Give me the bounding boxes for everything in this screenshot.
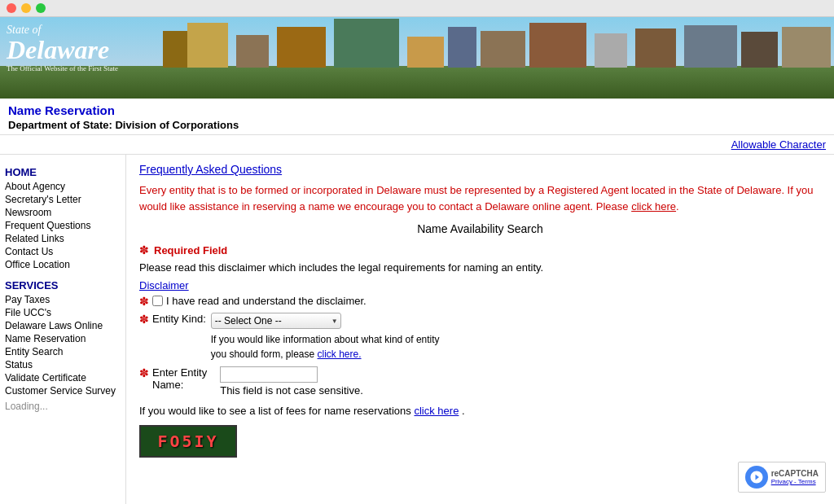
entity-kind-select-wrapper: -- Select One -- [211, 313, 341, 329]
entity-kind-info: If you would like information about what… [211, 332, 455, 362]
entity-name-label-area: ✽ Enter Entity Name: [139, 366, 207, 391]
main-content: Frequently Asked Questions Every entity … [126, 155, 834, 504]
loading-indicator: Loading... [5, 401, 121, 412]
entity-name-input-area: This field is not case sensitive. [220, 366, 363, 397]
fees-period: . [462, 405, 465, 417]
close-dot[interactable] [7, 3, 16, 13]
sidebar-item-office-location[interactable]: Office Location [5, 258, 121, 271]
entity-name-label-enter: Enter Entity [152, 366, 207, 379]
captcha-image: FO5IY [139, 425, 237, 458]
minimize-dot[interactable] [21, 3, 31, 13]
nav-services-header: SERVICES [5, 279, 121, 291]
sidebar-item-pay-taxes[interactable]: Pay Taxes [5, 293, 121, 306]
recaptcha-badge: reCAPTCHA Privacy - Terms [738, 462, 826, 493]
checkbox-required-star: ✽ [139, 295, 149, 308]
sidebar-item-contact-us[interactable]: Contact Us [5, 245, 121, 258]
entity-name-input[interactable] [220, 366, 318, 383]
sidebar-item-frequent-questions[interactable]: Frequent Questions [5, 219, 121, 232]
checkbox-label: I have read and understand the disclaime… [166, 295, 367, 307]
entity-kind-select[interactable]: -- Select One -- [211, 313, 341, 329]
entity-kind-required-star: ✽ [139, 313, 149, 326]
entity-name-label: Enter Entity Name: [152, 366, 207, 391]
warning-period: . [676, 200, 679, 213]
page-title-area: Name Reservation Department of State: Di… [0, 99, 834, 135]
sidebar: HOME About Agency Secretary's Letter New… [0, 155, 126, 504]
sidebar-item-entity-search[interactable]: Entity Search [5, 345, 121, 358]
nav-home-header: HOME [5, 166, 121, 178]
faq-link[interactable]: Frequently Asked Questions [139, 163, 282, 176]
dept-subtitle: Department of State: Division of Corpora… [8, 119, 826, 131]
captcha-text: FO5IY [157, 432, 218, 451]
sidebar-item-related-links[interactable]: Related Links [5, 232, 121, 245]
privacy-terms-link[interactable]: Privacy - Terms [771, 478, 819, 485]
main-layout: HOME About Agency Secretary's Letter New… [0, 155, 834, 504]
sidebar-item-about-agency[interactable]: About Agency [5, 180, 121, 193]
recaptcha-text-area: reCAPTCHA Privacy - Terms [771, 469, 819, 485]
sidebar-item-validate-certificate[interactable]: Validate Certificate [5, 371, 121, 384]
disclaimer-checkbox[interactable] [152, 296, 163, 306]
captcha-area: FO5IY [139, 425, 821, 458]
sidebar-item-customer-service[interactable]: Customer Service Survey [5, 384, 121, 397]
disclaimer-link[interactable]: Disclaimer [139, 279, 821, 291]
logo-tagline: The Official Website of the First State [7, 64, 118, 72]
sidebar-item-newsroom[interactable]: Newsroom [5, 206, 121, 219]
entity-kind-row: ✽ Entity Kind: -- Select One -- If you w… [139, 313, 821, 362]
checkbox-row: ✽ I have read and understand the disclai… [139, 295, 821, 308]
maximize-dot[interactable] [36, 3, 46, 13]
entity-name-required-star: ✽ [139, 366, 149, 379]
allowable-characters-bar: Allowable Character [0, 135, 834, 155]
sidebar-item-name-reservation[interactable]: Name Reservation [5, 332, 121, 345]
sidebar-item-delaware-laws[interactable]: Delaware Laws Online [5, 319, 121, 332]
warning-text: Every entity that is to be formed or inc… [139, 182, 821, 214]
warning-click-here[interactable]: click here [631, 200, 676, 213]
site-logo: State of Delaware The Official Website o… [7, 24, 118, 72]
window-chrome [0, 0, 834, 17]
fees-text-body: If you would like to see a list of fees … [139, 405, 411, 417]
not-case-sensitive: This field is not case sensitive. [220, 384, 363, 397]
disclaimer-intro: Please read this disclaimer which includ… [139, 260, 821, 276]
sidebar-item-file-uccs[interactable]: File UCC's [5, 306, 121, 319]
sidebar-item-status[interactable]: Status [5, 358, 121, 371]
logo-delaware: Delaware [7, 37, 118, 63]
entity-name-label-name: Name: [152, 379, 183, 391]
entity-kind-block: -- Select One -- If you would like infor… [211, 313, 455, 362]
recaptcha-logo-icon [745, 466, 768, 489]
required-star: ✽ [139, 243, 149, 256]
fees-link[interactable]: click here [414, 405, 459, 417]
header-banner: State of Delaware The Official Website o… [0, 17, 834, 99]
warning-body: Every entity that is to be formed or inc… [139, 184, 813, 213]
allowable-characters-link[interactable]: Allowable Character [731, 138, 826, 151]
entity-name-row: ✽ Enter Entity Name: This field is not c… [139, 366, 821, 397]
entity-kind-click-here[interactable]: click here. [318, 348, 362, 360]
required-field-row: ✽ Required Field [139, 243, 821, 256]
page-title: Name Reservation [8, 103, 826, 117]
fees-text: If you would like to see a list of fees … [139, 405, 821, 417]
required-field-label: Required Field [154, 244, 227, 256]
search-title: Name Availability Search [139, 222, 821, 235]
sidebar-item-secretary[interactable]: Secretary's Letter [5, 193, 121, 206]
recaptcha-label: reCAPTCHA [771, 469, 819, 478]
entity-kind-label: Entity Kind: [152, 313, 206, 325]
